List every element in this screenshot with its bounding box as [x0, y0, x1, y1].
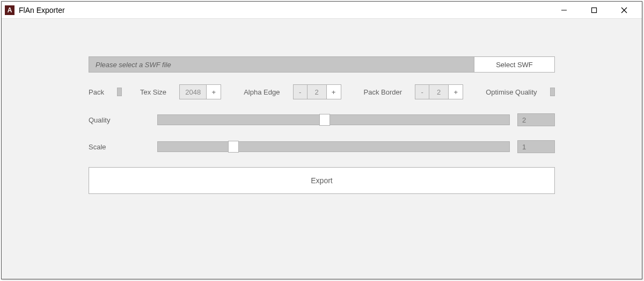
pack-border-minus-button[interactable]: - — [415, 85, 429, 99]
close-icon — [621, 7, 627, 13]
app-icon: A — [5, 5, 14, 15]
scale-value: 1 — [517, 140, 555, 153]
select-swf-button[interactable]: Select SWF — [474, 56, 555, 73]
scale-label: Scale — [89, 143, 157, 151]
client-area: Please select a SWF file Select SWF Pack… — [2, 19, 642, 279]
maximize-icon — [591, 7, 597, 13]
quality-row: Quality 2 — [89, 113, 555, 126]
pack-border-stepper[interactable]: - 2 + — [415, 84, 463, 99]
scale-row: Scale 1 — [89, 140, 555, 153]
window-title: FlAn Exporter — [19, 6, 65, 15]
quality-label: Quality — [89, 116, 157, 124]
minimize-button[interactable] — [557, 3, 571, 17]
app-window: A FlAn Exporter Please select a SWF file… — [1, 1, 642, 279]
quality-value: 2 — [517, 113, 555, 126]
titlebar: A FlAn Exporter — [2, 2, 642, 19]
minimize-icon — [561, 7, 567, 13]
pack-border-label: Pack Border — [363, 88, 402, 96]
maximize-button[interactable] — [587, 3, 601, 17]
options-row: Pack Tex Size 2048 + Alpha Edge - 2 + Pa… — [89, 84, 555, 99]
alpha-edge-label: Alpha Edge — [244, 88, 280, 96]
tex-size-value: 2048 — [180, 85, 207, 99]
scale-slider-thumb[interactable] — [228, 141, 239, 153]
alpha-edge-value: 2 — [308, 85, 327, 99]
export-button[interactable]: Export — [89, 167, 555, 194]
tex-size-plus-button[interactable]: + — [207, 85, 221, 99]
file-row: Please select a SWF file Select SWF — [89, 56, 555, 73]
pack-checkbox[interactable] — [117, 88, 122, 96]
pack-label: Pack — [89, 88, 104, 96]
optimise-quality-checkbox[interactable] — [550, 88, 555, 96]
alpha-edge-plus-button[interactable]: + — [327, 85, 341, 99]
quality-slider-thumb[interactable] — [319, 114, 330, 126]
alpha-edge-minus-button[interactable]: - — [294, 85, 308, 99]
close-button[interactable] — [617, 3, 631, 17]
optimise-quality-label: Optimise Quality — [486, 88, 537, 96]
quality-slider[interactable] — [157, 114, 510, 125]
alpha-edge-stepper[interactable]: - 2 + — [293, 84, 341, 99]
tex-size-stepper[interactable]: 2048 + — [179, 84, 221, 99]
svg-rect-1 — [592, 8, 597, 12]
swf-path-input[interactable]: Please select a SWF file — [89, 56, 474, 73]
tex-size-label: Tex Size — [140, 88, 166, 96]
pack-border-value: 2 — [429, 85, 449, 99]
window-controls — [557, 3, 638, 17]
pack-border-plus-button[interactable]: + — [449, 85, 463, 99]
scale-slider[interactable] — [157, 141, 510, 152]
